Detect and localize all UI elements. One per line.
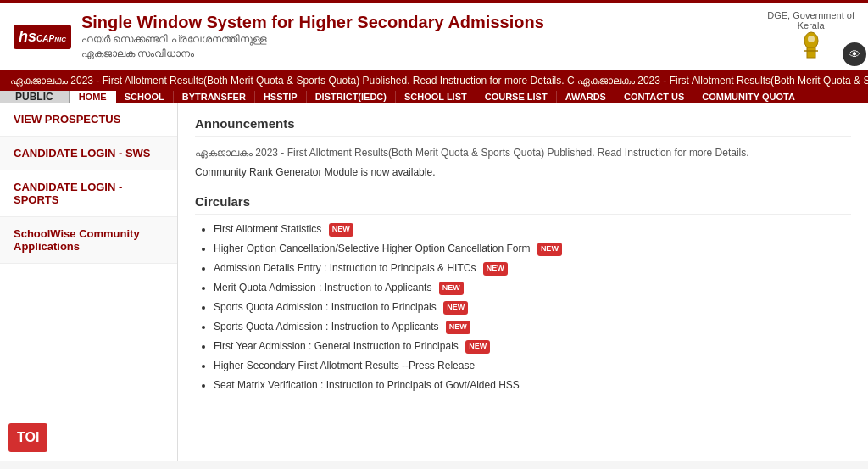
new-badge: NEW bbox=[465, 340, 490, 354]
nav-awards[interactable]: AWARDS bbox=[557, 91, 615, 103]
nav-school-list[interactable]: SCHOOL LIST bbox=[396, 91, 476, 103]
circular-link[interactable]: First Year Admission : General Instructi… bbox=[214, 340, 459, 352]
ticker-text-dup: ഏകജാലകം 2023 - First Allotment Results(B… bbox=[577, 75, 868, 87]
svg-point-3 bbox=[808, 36, 815, 42]
kerala-emblem-icon bbox=[798, 31, 824, 61]
nav-community-quota[interactable]: COMMUNITY QUOTA bbox=[693, 91, 804, 103]
ticker: ഏകജാലകം 2023 - First Allotment Results(B… bbox=[0, 70, 868, 91]
new-badge: NEW bbox=[443, 301, 468, 315]
nav-items: HOME SCHOOL BYTRANSFER HSSTIP DISTRICT(I… bbox=[70, 91, 804, 103]
list-item: Higher Secondary First Allotment Results… bbox=[214, 358, 851, 373]
new-badge: NEW bbox=[483, 262, 508, 276]
nav-course-list[interactable]: COURSE LIST bbox=[476, 91, 557, 103]
nav-bytransfer[interactable]: BYTRANSFER bbox=[174, 91, 255, 103]
circular-list: First Allotment Statistics NEW Higher Op… bbox=[195, 221, 851, 393]
circular-link[interactable]: Seat Matrix Verification : Instruction t… bbox=[214, 379, 520, 391]
list-item: Sports Quota Admission : Instruction to … bbox=[214, 299, 851, 315]
eye-icon[interactable]: 👁 bbox=[843, 42, 866, 66]
circular-link[interactable]: Higher Option Cancellation/Selective Hig… bbox=[214, 243, 531, 254]
announcement-line2: Community Rank Generator Module is now a… bbox=[195, 165, 851, 181]
new-badge: NEW bbox=[537, 243, 562, 256]
header: hsCAPNIC Single Window System for Higher… bbox=[0, 3, 868, 70]
nav-public-label: PUBLIC bbox=[0, 91, 70, 103]
site-subtitle: ഹയർ സെക്കണ്ടറി പ്രവേശനത്തിനുള്ള ഏകജാലക സ… bbox=[81, 32, 544, 61]
sidebar-item-candidate-sws[interactable]: CANDIDATE LOGIN - SWS bbox=[0, 137, 177, 170]
list-item: Seat Matrix Verification : Instruction t… bbox=[214, 377, 851, 393]
nav-hsstip[interactable]: HSSTIP bbox=[255, 91, 307, 103]
dge-text: DGE, Government of bbox=[767, 10, 854, 20]
list-item: First Year Admission : General Instructi… bbox=[214, 338, 851, 354]
nav-home[interactable]: HOME bbox=[70, 91, 116, 103]
new-badge: NEW bbox=[446, 321, 470, 334]
list-item: Higher Option Cancellation/Selective Hig… bbox=[214, 241, 851, 256]
sidebar-item-candidate-sports[interactable]: CANDIDATE LOGIN - SPORTS bbox=[0, 170, 177, 217]
circular-link[interactable]: Admission Details Entry : Instruction to… bbox=[214, 262, 476, 274]
sidebar-item-schoolwise[interactable]: SchoolWise Community Applications bbox=[0, 217, 177, 264]
sidebar: VIEW PROSPECTUS CANDIDATE LOGIN - SWS CA… bbox=[0, 103, 178, 461]
logo-box: hsCAPNIC bbox=[14, 25, 71, 49]
circular-link[interactable]: Higher Secondary First Allotment Results… bbox=[214, 360, 475, 371]
list-item: First Allotment Statistics NEW bbox=[214, 221, 851, 237]
list-item: Admission Details Entry : Instruction to… bbox=[214, 260, 851, 276]
circulars-title: Circulars bbox=[195, 194, 851, 215]
sidebar-item-prospectus[interactable]: VIEW PROSPECTUS bbox=[0, 103, 177, 137]
main-content: Announcements ഏകജാലകം 2023 - First Allot… bbox=[178, 103, 868, 461]
nav-district[interactable]: DISTRICT(IEDC) bbox=[307, 91, 396, 103]
new-badge: NEW bbox=[439, 282, 464, 295]
new-badge: NEW bbox=[329, 223, 353, 237]
announcement-line1: ഏകജാലകം 2023 - First Allotment Results(B… bbox=[195, 145, 851, 161]
logo-icon: hsCAPNIC bbox=[14, 25, 71, 49]
list-item: Sports Quota Admission : Instruction to … bbox=[214, 319, 851, 334]
nav-school[interactable]: SCHOOL bbox=[116, 91, 174, 103]
svg-rect-1 bbox=[807, 47, 815, 58]
circular-link[interactable]: Merit Quota Admission : Instruction to A… bbox=[214, 282, 431, 293]
ticker-text: ഏകജാലകം 2023 - First Allotment Results(B… bbox=[10, 75, 575, 87]
nav-bar: PUBLIC HOME SCHOOL BYTRANSFER HSSTIP DIS… bbox=[0, 91, 868, 103]
circular-link[interactable]: First Allotment Statistics bbox=[214, 223, 321, 235]
main-layout: VIEW PROSPECTUS CANDIDATE LOGIN - SWS CA… bbox=[0, 103, 868, 461]
circular-link[interactable]: Sports Quota Admission : Instruction to … bbox=[214, 321, 438, 332]
list-item: Merit Quota Admission : Instruction to A… bbox=[214, 280, 851, 295]
toi-badge: TOI bbox=[8, 423, 47, 452]
circular-link[interactable]: Sports Quota Admission : Instruction to … bbox=[214, 301, 437, 313]
dge-section: DGE, Government of Kerala bbox=[767, 10, 854, 63]
dge-state: Kerala bbox=[767, 20, 854, 31]
logo-section: hsCAPNIC Single Window System for Higher… bbox=[14, 13, 544, 61]
site-info: Single Window System for Higher Secondar… bbox=[81, 13, 544, 61]
site-title: Single Window System for Higher Secondar… bbox=[81, 13, 544, 32]
announcements-title: Announcements bbox=[195, 116, 851, 137]
nav-contact-us[interactable]: CONTACT US bbox=[615, 91, 693, 103]
